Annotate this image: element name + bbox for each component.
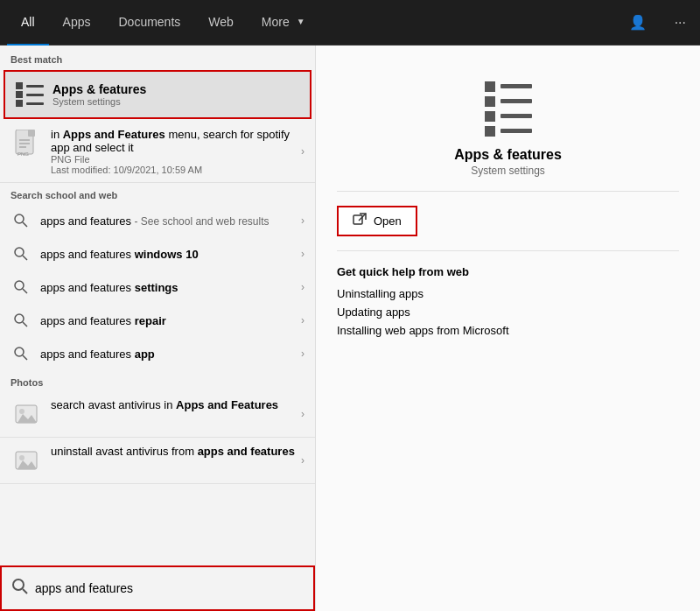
file-result-item[interactable]: PNG in Apps and Features menu, search fo…: [0, 121, 315, 183]
chevron-right-icon: ›: [301, 145, 304, 158]
profile-icon[interactable]: 👤: [622, 11, 654, 34]
file-icon: PNG: [10, 128, 42, 159]
quick-help-title: Get quick help from web: [337, 265, 679, 278]
web-result-5[interactable]: apps and features app ›: [0, 337, 315, 370]
svg-point-20: [19, 455, 24, 460]
chevron-right-icon: ›: [301, 248, 304, 260]
main-content: Best match: [0, 46, 700, 611]
best-match-item[interactable]: Apps & features System settings: [4, 70, 312, 119]
top-nav: All Apps Documents Web More ▼ 👤 ···: [0, 0, 700, 46]
web-result-text-4: apps and features repair: [40, 314, 301, 327]
svg-line-13: [23, 322, 27, 327]
photo-title-1: search avast antivirus in Apps and Featu…: [51, 398, 301, 411]
chevron-right-icon: ›: [301, 314, 304, 327]
tab-more[interactable]: More ▼: [248, 0, 319, 46]
web-result-4[interactable]: apps and features repair ›: [0, 304, 315, 337]
open-label: Open: [374, 214, 402, 228]
web-result-text-1: apps and features - See school and web r…: [40, 214, 301, 228]
quick-help-link-1[interactable]: Uninstalling apps: [337, 287, 679, 300]
search-icon: [10, 243, 32, 264]
search-icon: [10, 343, 32, 364]
app-detail-subtitle: System settings: [471, 165, 545, 177]
file-title: in Apps and Features menu, search for sp…: [51, 128, 301, 154]
svg-point-14: [15, 348, 24, 356]
chevron-right-icon: ›: [301, 281, 304, 293]
open-icon: [353, 213, 367, 229]
web-result-text-3: apps and features settings: [40, 281, 301, 294]
quick-help-section: Get quick help from web Uninstalling app…: [337, 251, 679, 356]
svg-line-9: [23, 256, 27, 260]
photo-result-1[interactable]: search avast antivirus in Apps and Featu…: [0, 391, 315, 438]
search-bar: [0, 565, 315, 611]
web-result-3[interactable]: apps and features settings ›: [0, 270, 315, 304]
right-panel: Apps & features System settings Open: [315, 46, 700, 611]
svg-point-12: [15, 314, 24, 323]
web-section-label: Search school and web: [0, 183, 315, 204]
file-type: PNG File: [51, 154, 301, 165]
open-btn-container: Open: [337, 192, 679, 251]
app-detail-header: Apps & features System settings: [337, 63, 679, 192]
search-icon: [10, 210, 32, 231]
app-detail-icon: [480, 81, 536, 137]
best-match-text: Apps & features System settings: [52, 82, 146, 107]
chevron-right-icon: ›: [301, 348, 304, 360]
tab-web[interactable]: Web: [194, 0, 248, 46]
svg-text:PNG: PNG: [18, 151, 29, 157]
best-match-label: Best match: [0, 46, 315, 68]
svg-point-17: [19, 409, 24, 414]
svg-point-6: [15, 214, 24, 223]
file-modified: Last modified: 10/9/2021, 10:59 AM: [51, 165, 301, 175]
top-nav-right: 👤 ···: [622, 11, 693, 34]
svg-line-23: [23, 589, 27, 593]
tab-apps[interactable]: Apps: [49, 0, 105, 46]
best-match-title: Apps & features: [52, 82, 146, 96]
web-result-text-2: apps and features windows 10: [40, 248, 301, 261]
left-panel: Best match: [0, 46, 315, 611]
search-icon: [10, 310, 32, 331]
chevron-down-icon: ▼: [297, 17, 305, 26]
photo-info-1: search avast antivirus in Apps and Featu…: [51, 398, 301, 411]
svg-point-10: [15, 281, 24, 290]
svg-line-7: [23, 222, 27, 227]
photo-info-2: uninstall avast antivirus from apps and …: [51, 445, 301, 458]
open-button[interactable]: Open: [337, 206, 417, 236]
file-info: in Apps and Features menu, search for sp…: [51, 128, 301, 175]
svg-point-8: [15, 248, 24, 256]
svg-rect-1: [28, 130, 35, 137]
search-icon: [10, 277, 32, 298]
best-match-subtitle: System settings: [52, 96, 146, 107]
photo-icon-1: [10, 398, 42, 430]
web-result-1[interactable]: apps and features - See school and web r…: [0, 204, 315, 237]
photo-result-2[interactable]: uninstall avast antivirus from apps and …: [0, 438, 315, 484]
svg-line-11: [23, 289, 27, 293]
web-result-text-5: apps and features app: [40, 348, 301, 361]
search-input[interactable]: [35, 581, 303, 595]
photo-title-2: uninstall avast antivirus from apps and …: [51, 445, 301, 458]
tab-documents[interactable]: Documents: [104, 0, 194, 46]
apps-features-icon: [16, 81, 44, 109]
quick-help-link-2[interactable]: Updating apps: [337, 306, 679, 319]
svg-point-22: [13, 579, 24, 590]
more-options-icon[interactable]: ···: [668, 11, 693, 34]
web-result-2[interactable]: apps and features windows 10 ›: [0, 237, 315, 270]
photo-icon-2: [10, 445, 42, 476]
svg-line-15: [23, 355, 27, 360]
photos-section-label: Photos: [0, 370, 315, 391]
svg-rect-24: [354, 215, 362, 224]
chevron-right-icon: ›: [301, 408, 304, 420]
search-bar-icon: [12, 579, 28, 598]
chevron-right-icon: ›: [301, 454, 304, 467]
app-detail-title: Apps & features: [454, 147, 562, 163]
quick-help-link-3[interactable]: Installing web apps from Microsoft: [337, 324, 679, 337]
chevron-right-icon: ›: [301, 214, 304, 227]
tab-all[interactable]: All: [7, 0, 49, 46]
